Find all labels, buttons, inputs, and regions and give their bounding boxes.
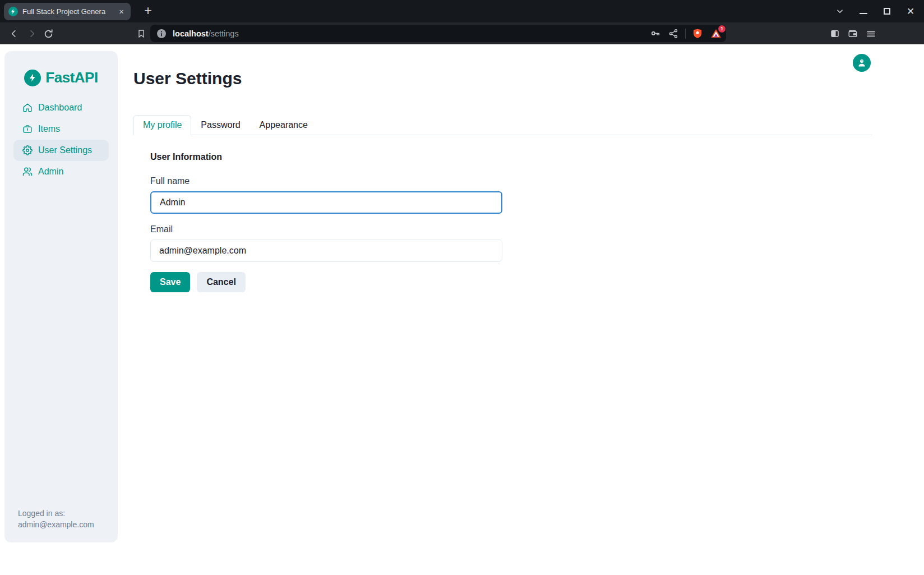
logged-in-info: Logged in as: admin@example.com	[18, 508, 94, 530]
menu-hamburger-icon[interactable]	[863, 26, 878, 41]
bookmark-icon[interactable]	[134, 26, 149, 41]
gear-icon	[22, 145, 33, 155]
sidebar-item-label: Admin	[38, 167, 63, 177]
address-bar[interactable]: localhost/settings 1	[150, 25, 726, 42]
email-input[interactable]	[150, 240, 502, 262]
key-icon[interactable]	[648, 27, 662, 40]
window-controls: ✕	[832, 0, 918, 22]
home-icon	[22, 103, 33, 113]
sidebar-panel-icon[interactable]	[828, 26, 842, 41]
maximize-button[interactable]	[879, 3, 895, 19]
briefcase-icon	[22, 124, 33, 134]
browser-tab-strip: Full Stack Project Genera × + ✕	[0, 0, 924, 22]
sidebar-item-admin[interactable]: Admin	[13, 161, 109, 182]
wallet-icon[interactable]	[846, 26, 860, 41]
fastapi-logo-text: FastAPI	[45, 69, 98, 86]
rewards-badge: 1	[718, 25, 726, 33]
user-information-form: User Information Full name Email Save Ca…	[150, 152, 502, 292]
users-icon	[22, 167, 33, 177]
sidebar-item-items[interactable]: Items	[13, 118, 109, 140]
logged-in-email: admin@example.com	[18, 519, 94, 530]
sidebar-item-user-settings[interactable]: User Settings	[13, 140, 109, 161]
full-name-input[interactable]	[150, 191, 502, 214]
sidebar-item-label: Items	[38, 124, 60, 134]
sidebar-nav: Dashboard Items User Settings Admin	[13, 97, 109, 182]
section-title: User Information	[150, 152, 502, 162]
full-name-label: Full name	[150, 176, 502, 186]
close-window-button[interactable]: ✕	[903, 3, 918, 19]
settings-tabs: My profile Password Appearance	[133, 115, 872, 135]
brave-shield-icon[interactable]	[691, 27, 704, 40]
sidebar: FastAPI Dashboard Items User Settings	[4, 51, 118, 542]
email-label: Email	[150, 224, 502, 234]
url-host: localhost	[173, 29, 209, 38]
tab-my-profile[interactable]: My profile	[133, 115, 191, 135]
share-icon[interactable]	[667, 27, 680, 40]
user-avatar-icon	[857, 58, 867, 68]
fastapi-favicon-icon	[8, 7, 18, 16]
logged-in-label: Logged in as:	[18, 508, 94, 519]
tab-search-chevron-icon[interactable]	[832, 3, 848, 19]
toolbar-divider	[685, 29, 686, 39]
tab-title: Full Stack Project Genera	[22, 7, 117, 16]
reload-icon[interactable]	[41, 26, 56, 41]
tab-password[interactable]: Password	[191, 115, 250, 135]
tab-title-fade	[104, 3, 118, 20]
browser-toolbar: localhost/settings 1	[0, 22, 924, 44]
fastapi-logo-icon	[24, 70, 41, 86]
sidebar-item-label: Dashboard	[38, 103, 82, 113]
forward-icon[interactable]	[25, 26, 39, 41]
fastapi-logo: FastAPI	[4, 69, 118, 86]
url-path: /settings	[209, 29, 239, 38]
save-button[interactable]: Save	[150, 272, 190, 292]
browser-tab[interactable]: Full Stack Project Genera ×	[4, 3, 131, 20]
sidebar-item-label: User Settings	[38, 145, 92, 155]
sidebar-item-dashboard[interactable]: Dashboard	[13, 97, 109, 118]
user-avatar-button[interactable]	[853, 54, 871, 72]
tab-appearance[interactable]: Appearance	[250, 115, 317, 135]
cancel-button[interactable]: Cancel	[197, 272, 245, 292]
site-info-icon[interactable]	[155, 27, 168, 40]
form-actions: Save Cancel	[150, 272, 502, 292]
new-tab-button[interactable]: +	[140, 2, 156, 19]
back-icon[interactable]	[7, 26, 21, 41]
page-title: User Settings	[133, 69, 242, 88]
url-text: localhost/settings	[173, 29, 239, 38]
page-content: FastAPI Dashboard Items User Settings	[0, 44, 924, 575]
brave-rewards-icon[interactable]: 1	[709, 27, 723, 40]
minimize-button[interactable]	[856, 3, 871, 19]
